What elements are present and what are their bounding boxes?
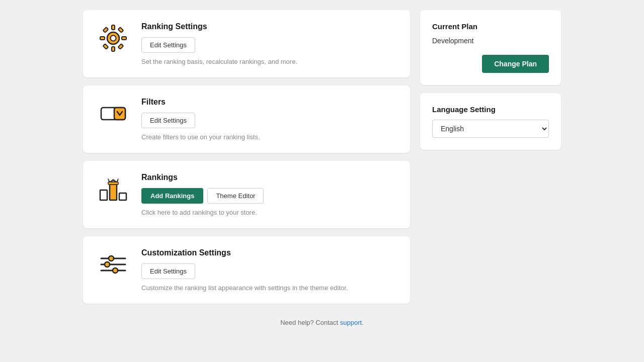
svg-rect-16: [108, 182, 118, 185]
ranking-settings-edit-button[interactable]: Edit Settings: [141, 37, 195, 53]
add-rankings-button[interactable]: Add Rankings: [141, 188, 203, 204]
customization-settings-content: Customization Settings Edit Settings Cus…: [141, 248, 398, 292]
language-setting-card: Language Setting English French German S…: [420, 93, 561, 150]
support-link[interactable]: support: [340, 319, 362, 326]
svg-point-18: [109, 256, 114, 261]
svg-rect-3: [100, 37, 105, 40]
svg-rect-14: [110, 184, 117, 200]
customization-settings-title: Customization Settings: [141, 248, 398, 257]
footer-text: Need help? Contact: [280, 319, 340, 326]
gear-icon: [95, 22, 131, 54]
filters-edit-button[interactable]: Edit Settings: [141, 113, 195, 128]
svg-rect-13: [100, 190, 107, 200]
left-column: Ranking Settings Edit Settings Set the r…: [83, 10, 410, 304]
ranking-settings-content: Ranking Settings Edit Settings Set the r…: [141, 22, 398, 65]
language-setting-title: Language Setting: [432, 105, 549, 114]
current-plan-card: Current Plan Development Change Plan: [420, 10, 561, 85]
rankings-card: Rankings Add Rankings Theme Editor Click…: [83, 161, 410, 228]
svg-rect-4: [122, 37, 126, 40]
svg-rect-1: [112, 25, 115, 30]
footer-period: .: [362, 319, 364, 326]
ranking-settings-title: Ranking Settings: [141, 22, 398, 31]
filters-content: Filters Edit Settings Create filters to …: [141, 98, 398, 141]
customization-settings-card: Customization Settings Edit Settings Cus…: [83, 236, 410, 304]
svg-rect-2: [112, 47, 115, 51]
rankings-description: Click here to add rankings to your store…: [141, 209, 398, 216]
rankings-icon: [95, 173, 131, 205]
rankings-title: Rankings: [141, 173, 398, 182]
filters-description: Create filters to use on your ranking li…: [141, 133, 398, 141]
footer: Need help? Contact support.: [280, 319, 364, 326]
svg-point-0: [111, 36, 116, 41]
ranking-settings-description: Set the ranking basis, recalculate ranki…: [141, 58, 398, 65]
customization-edit-button[interactable]: Edit Settings: [141, 263, 195, 279]
svg-rect-6: [118, 27, 124, 33]
svg-point-20: [105, 262, 110, 267]
language-select[interactable]: English French German Spanish Japanese C…: [432, 120, 549, 138]
rankings-content: Rankings Add Rankings Theme Editor Click…: [141, 173, 398, 216]
filter-icon: [95, 98, 131, 130]
customization-description: Customize the ranking list appearance wi…: [141, 284, 398, 292]
right-column: Current Plan Development Change Plan Lan…: [420, 10, 561, 304]
filters-card: Filters Edit Settings Create filters to …: [83, 85, 410, 153]
svg-rect-5: [103, 27, 109, 33]
svg-rect-15: [119, 193, 126, 200]
main-container: Ranking Settings Edit Settings Set the r…: [83, 10, 561, 304]
svg-point-22: [113, 268, 118, 273]
svg-rect-8: [118, 44, 124, 49]
change-plan-button[interactable]: Change Plan: [482, 55, 549, 73]
theme-editor-button[interactable]: Theme Editor: [207, 188, 264, 204]
sliders-icon: [95, 248, 131, 281]
plan-name: Development: [432, 37, 549, 45]
svg-rect-11: [114, 108, 125, 120]
filters-title: Filters: [141, 98, 398, 107]
rankings-button-group: Add Rankings Theme Editor: [141, 188, 398, 204]
svg-rect-7: [103, 44, 109, 49]
current-plan-title: Current Plan: [432, 22, 549, 31]
ranking-settings-card: Ranking Settings Edit Settings Set the r…: [83, 10, 410, 77]
